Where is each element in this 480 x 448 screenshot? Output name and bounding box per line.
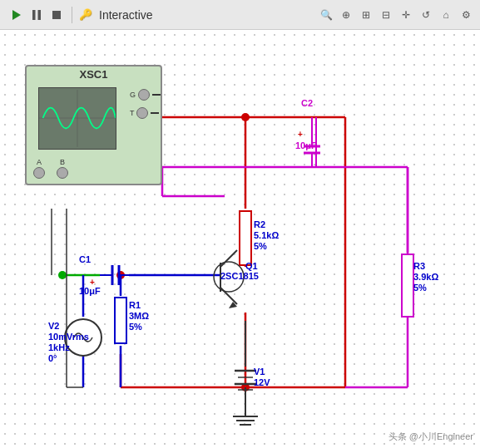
zoom-in-icon[interactable]: ⊞ [359, 7, 374, 22]
zoom-fit-icon[interactable]: ⊕ [339, 7, 354, 22]
osc-b-label: B [60, 158, 65, 166]
osc-a-label: A [37, 158, 42, 166]
osc-screen [38, 87, 116, 150]
osc-a-terminal[interactable] [33, 167, 45, 179]
zoom-icon[interactable]: 🔍 [319, 7, 334, 22]
osc-t-label: T [130, 109, 135, 117]
toolbar-separator [72, 7, 72, 23]
watermark: 头条 @小川Engineer [388, 431, 473, 443]
svg-line-45 [220, 250, 237, 267]
simulation-title: Interactive [99, 8, 315, 22]
c2-label: C2 [301, 98, 313, 108]
c2-plus: + [298, 130, 303, 139]
v2-voltage: 10mVrms [48, 332, 89, 342]
v1-label: V1 [254, 367, 265, 377]
r1-value: 3MΩ [129, 311, 149, 321]
v1-value: 12V [254, 377, 270, 387]
r1-label: R1 [129, 300, 141, 310]
svg-marker-47 [229, 302, 237, 308]
osc-title: XSC1 [27, 68, 161, 81]
r3-label: R3 [413, 261, 425, 271]
stop-button[interactable] [48, 8, 65, 22]
svg-rect-39 [115, 298, 126, 343]
pause-button[interactable] [28, 7, 45, 22]
circuit-canvas: XSC1 G T [0, 30, 480, 448]
r2-tol: 5% [254, 241, 267, 251]
key-icon: 🔑 [79, 8, 92, 21]
zoom-out-icon[interactable]: ⊟ [379, 7, 393, 22]
svg-point-21 [58, 271, 67, 279]
nav-icon[interactable]: ✛ [398, 7, 413, 22]
r2-value: 5.1kΩ [254, 230, 279, 240]
v2-label: V2 [48, 321, 59, 331]
toolbar: 🔑 Interactive 🔍 ⊕ ⊞ ⊟ ✛ ↺ ⌂ ⚙ [0, 0, 480, 30]
osc-t-knob[interactable] [136, 107, 148, 119]
svg-rect-2 [38, 10, 42, 20]
c1-label: C1 [79, 254, 91, 264]
svg-point-13 [241, 383, 250, 391]
play-button[interactable] [7, 7, 25, 22]
c2-value: 10μF [295, 140, 317, 150]
osc-g-wire [152, 94, 161, 96]
svg-rect-3 [52, 11, 61, 19]
r1-tol: 5% [129, 322, 142, 332]
svg-rect-41 [402, 254, 413, 317]
c1-value: 10μF [79, 286, 101, 296]
osc-g-label: G [130, 91, 136, 99]
svg-marker-0 [12, 10, 21, 20]
r2-label: R2 [254, 219, 265, 229]
oscilloscope-xsc1[interactable]: XSC1 G T [25, 65, 162, 185]
q1-model: 2SC1815 [220, 271, 259, 281]
svg-rect-1 [32, 10, 36, 20]
home-icon[interactable]: ⌂ [438, 7, 453, 22]
svg-rect-40 [240, 211, 251, 265]
v2-freq: 1kHz [48, 342, 70, 352]
osc-b-terminal[interactable] [57, 167, 68, 179]
svg-line-46 [220, 288, 237, 304]
r3-tol: 5% [413, 283, 427, 293]
osc-g-knob[interactable] [138, 89, 150, 101]
r3-value: 3.9kΩ [413, 272, 438, 282]
settings-icon[interactable]: ⚙ [458, 7, 473, 22]
v2-phase: 0° [48, 353, 57, 363]
osc-t-wire [151, 112, 159, 114]
q1-label: Q1 [245, 261, 258, 271]
reset-icon[interactable]: ↺ [418, 7, 433, 22]
svg-point-12 [241, 113, 250, 121]
toolbar-right-icons: 🔍 ⊕ ⊞ ⊟ ✛ ↺ ⌂ ⚙ [319, 7, 473, 22]
svg-point-11 [116, 271, 125, 279]
